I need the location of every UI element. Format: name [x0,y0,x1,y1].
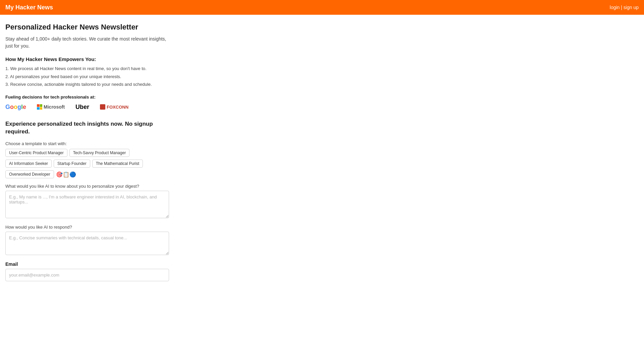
auth-links: login | sign up [610,5,639,10]
template-tags-row3: Overworked Developer 🎯📋🔵 [5,170,169,178]
experience-title: Experience personalized tech insights no… [5,120,169,136]
template-mathematical-purist[interactable]: The Mathematical Purist [92,160,143,168]
logos-row: Google Microsoft Uber FOXCONN [5,104,169,111]
empowers-heading: How My Hacker News Empowers You: [5,56,169,62]
site-title: My Hacker News [5,4,53,11]
fueling-title: Fueling decisions for tech professionals… [5,95,169,100]
template-startup-founder[interactable]: Startup Founder [54,160,90,168]
email-label: Email [5,261,169,267]
template-tags-row2: AI Information Seeker Startup Founder Th… [5,160,169,168]
template-tags-row1: User-Centric Product Manager Tech-Savvy … [5,149,169,157]
respond-textarea[interactable] [5,232,169,255]
template-user-centric-pm[interactable]: User-Centric Product Manager [5,149,67,157]
main-content: Personalized Hacker News Newsletter Stay… [0,15,174,289]
hero-subtitle: Stay ahead of 1,000+ daily tech stories.… [5,36,169,50]
auth-separator: | [621,5,622,10]
about-textarea[interactable] [5,191,169,218]
logo-microsoft: Microsoft [37,104,65,110]
logo-google: Google [5,104,26,111]
empowers-item-2: 2. AI personalizes your feed based on yo… [5,73,169,80]
logo-uber: Uber [75,104,89,111]
template-overworked-developer[interactable]: Overworked Developer [5,170,54,178]
about-label: What would you like AI to know about you… [5,184,169,189]
signup-link[interactable]: sign up [624,5,639,10]
respond-label: How would you like AI to respond? [5,225,169,230]
experience-section: Experience personalized tech insights no… [5,120,169,282]
template-ai-information-seeker[interactable]: AI Information Seeker [5,160,52,168]
top-header: My Hacker News login | sign up [0,0,644,15]
empowers-item-3: 3. Receive concise, actionable insights … [5,81,169,88]
email-input[interactable] [5,269,169,281]
login-link[interactable]: login [610,5,620,10]
emoji-icons: 🎯📋🔵 [56,171,76,178]
logo-foxconn: FOXCONN [100,104,128,110]
choose-template-label: Choose a template to start with: [5,141,169,146]
page-title: Personalized Hacker News Newsletter [5,23,169,32]
empowers-item-1: 1. We process all Hacker News content in… [5,65,169,72]
template-tech-savvy-pm[interactable]: Tech-Savvy Product Manager [69,149,129,157]
empowers-list: 1. We process all Hacker News content in… [5,65,169,88]
